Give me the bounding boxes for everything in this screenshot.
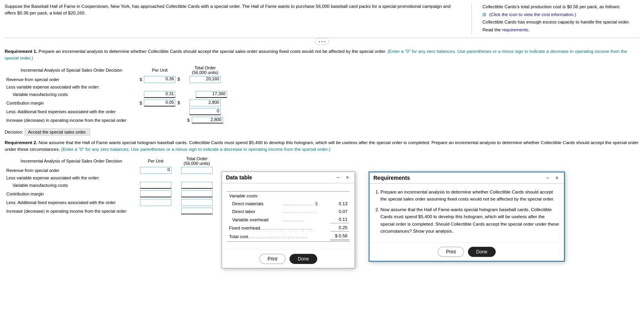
requirement-item-1: Prepare an incremental analysis to deter…: [380, 188, 559, 203]
table1-col2-header: Per Unit: [138, 65, 182, 75]
requirements-done-button[interactable]: Done: [468, 247, 496, 257]
table-row: Revenue from special order $ 0.36 $ 20,1…: [5, 75, 229, 84]
requirement-item-2: Now assume that the Hall of Fame wants s…: [380, 206, 559, 235]
req2-text: Requirement 2. Now assume that the Hall …: [5, 139, 639, 153]
t1-revenue-per-unit[interactable]: 0.36: [144, 76, 175, 83]
variable-costs-label: Variable costs:: [227, 192, 349, 199]
grid-icon: ⊞: [482, 12, 486, 17]
table2-col1-header: Incremental Analysis of Special Sales Or…: [5, 156, 138, 166]
t2-contribution-total[interactable]: [181, 190, 213, 197]
table-row: Revenue from special order 0: [5, 166, 220, 175]
table-row: Contribution margin $ 0.05 $ 2,800: [5, 99, 229, 107]
table1: Incremental Analysis of Special Sales Or…: [5, 65, 229, 125]
table2-col3-header: Total Order (56,000 units): [173, 156, 220, 166]
req1-text: Requirement 1. Prepare an incremental an…: [5, 48, 639, 62]
t1-fixed-total[interactable]: 0: [189, 108, 221, 115]
requirements-minimize-button[interactable]: −: [544, 175, 551, 181]
table-row: Increase (decrease) in operating income …: [5, 116, 229, 125]
data-table-body: Variable costs: Direct materials .......…: [222, 183, 355, 250]
t2-fixed-total[interactable]: [181, 199, 213, 206]
requirements-list: Prepare an incremental analysis to deter…: [374, 188, 559, 235]
decision-row: Decision: Accept the special sales order…: [5, 127, 639, 136]
t1-variable-per-unit[interactable]: 0.31: [144, 91, 175, 98]
direct-materials-value: 0.13: [330, 200, 349, 207]
t2-contribution-per-unit[interactable]: [140, 190, 171, 197]
divider-icon: • • •: [315, 38, 329, 45]
production-cost-text: Collectible Cards's total production cos…: [482, 3, 639, 11]
table-row: Less variable expense associated with th…: [5, 175, 220, 181]
table-row: Variable manufacturing costs: [5, 181, 220, 190]
requirements-modal-body: Prepare an incremental analysis to deter…: [369, 184, 564, 242]
data-table-close-button[interactable]: ×: [344, 174, 351, 181]
t2-fixed-per-unit[interactable]: [140, 199, 171, 206]
t1-revenue-total[interactable]: 20,160: [189, 76, 221, 83]
direct-labor-label: Direct labor: [227, 208, 280, 215]
intro-text: Suppose the Baseball Hall of Fame in Coo…: [5, 3, 462, 34]
table1-col1-header: Incremental Analysis of Special Sales Or…: [5, 65, 138, 75]
direct-materials-dots: ............... $: [281, 200, 330, 207]
table-row: Increase (decrease) in operating income …: [5, 207, 220, 215]
table-row: Variable manufacturing costs 0.31 17,360: [5, 90, 229, 99]
requirements-close-button[interactable]: ×: [554, 175, 560, 181]
requirements-modal-title: Requirements: [373, 175, 410, 181]
data-table-modal: Data table − × Variable costs: Direct ma…: [222, 172, 355, 268]
table2-col2-header: Per Unit: [138, 156, 173, 166]
t2-variable-per-unit[interactable]: [140, 182, 171, 189]
section-divider: • • •: [5, 38, 639, 45]
requirements-modal-footer: Print Done: [369, 242, 564, 261]
requirements-link[interactable]: requirements: [502, 27, 528, 32]
t1-income-total[interactable]: 2,800: [192, 117, 223, 124]
table-row: Contribution margin: [5, 190, 220, 198]
variable-overhead-label: Variable overhead: [227, 216, 280, 223]
t2-income-total[interactable]: [181, 208, 213, 215]
t1-variable-total[interactable]: 17,360: [196, 91, 227, 98]
fixed-overhead-label: Fixed overhead. . . . . . . . . . . . . …: [227, 224, 329, 231]
table2: Incremental Analysis of Special Sales Or…: [5, 156, 220, 215]
fixed-overhead-value: 0.25: [330, 224, 349, 231]
direct-labor-value: 0.07: [330, 208, 349, 215]
table-row: Less: Additional fixed expenses associat…: [5, 198, 220, 207]
cost-row: Fixed overhead. . . . . . . . . . . . . …: [227, 224, 349, 231]
modal-controls: − ×: [335, 174, 351, 181]
data-table-title: Data table: [226, 174, 252, 181]
t2-variable-total[interactable]: [181, 182, 213, 189]
cost-row: Total cost. . . . . . . . . . . . . . . …: [227, 232, 349, 240]
data-table-footer: Print Done: [222, 250, 355, 268]
variable-overhead-value: 0.11: [330, 216, 349, 223]
requirement-1-section: Requirement 1. Prepare an incremental an…: [5, 48, 639, 136]
total-cost-label: Total cost. . . . . . . . . . . . . . . …: [227, 232, 329, 240]
table-row: Less variable expense associated with th…: [5, 84, 229, 90]
cost-info-link[interactable]: (Click the icon to view the cost informa…: [489, 12, 576, 17]
t1-contribution-per-unit[interactable]: 0.05: [144, 99, 175, 107]
requirements-modal: Requirements − × Prepare an incremental …: [369, 172, 565, 262]
req-modal-controls: − ×: [544, 175, 560, 181]
data-table-done-button[interactable]: Done: [289, 254, 317, 264]
table1-col3-header: Total Order (56,000 units): [182, 65, 229, 75]
table1-container: Incremental Analysis of Special Sales Or…: [5, 65, 639, 125]
data-table-minimize-button[interactable]: −: [335, 174, 341, 181]
requirements-modal-header: Requirements − ×: [369, 172, 564, 184]
requirements-print-button[interactable]: Print: [438, 247, 464, 257]
cost-row: Direct materials ............... $ 0.13: [227, 200, 349, 207]
direct-materials-label: Direct materials: [227, 200, 280, 207]
cost-table: Variable costs: Direct materials .......…: [227, 191, 350, 242]
t2-revenue-per-unit[interactable]: 0: [140, 167, 171, 174]
variable-overhead-dots: ...........: [281, 216, 330, 223]
direct-labor-dots: .................: [281, 208, 330, 215]
data-table-header: Data table − ×: [222, 172, 355, 183]
data-table-print-button[interactable]: Print: [259, 254, 286, 264]
decision-value: Accept the special sales order.: [25, 128, 90, 136]
cost-row: Direct labor ................. 0.07: [227, 208, 349, 215]
total-cost-value: $ 0.56: [330, 232, 349, 240]
cost-row: Variable overhead ........... 0.11: [227, 216, 349, 223]
t1-contribution-total[interactable]: 2,800: [189, 99, 221, 107]
table-row: Less: Additional fixed expenses associat…: [5, 107, 229, 116]
capacity-text: Collectible Cards has enough excess capa…: [482, 18, 639, 26]
top-right-info: Collectible Cards's total production cos…: [482, 3, 639, 34]
t2-revenue-total[interactable]: [181, 167, 213, 174]
read-req-text: Read the requirements.: [482, 26, 639, 34]
